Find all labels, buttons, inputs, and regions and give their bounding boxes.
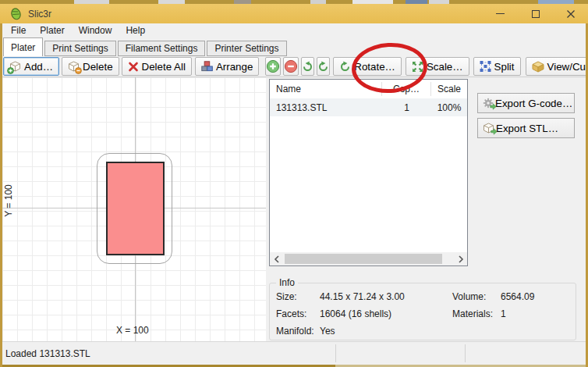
scroll-right-button[interactable] bbox=[454, 252, 467, 265]
scale-arrows-icon bbox=[412, 61, 423, 73]
maximize-icon bbox=[532, 10, 540, 18]
horizontal-scrollbar[interactable] bbox=[270, 252, 467, 265]
info-groupbox-title: Info bbox=[276, 277, 298, 288]
export-stl-icon bbox=[483, 123, 494, 134]
scrollbar-thumb[interactable] bbox=[285, 254, 442, 264]
row-name: 131313.STL bbox=[270, 102, 382, 113]
column-header-name[interactable]: Name bbox=[270, 82, 382, 96]
export-panel: Export G-code… Export STL… bbox=[477, 93, 575, 143]
status-separator bbox=[335, 344, 336, 362]
cube-icon bbox=[532, 61, 544, 73]
arrange-cubes-icon bbox=[201, 61, 213, 72]
plated-object-131313[interactable] bbox=[106, 162, 165, 255]
toolbar: Add… Delete Delete All Arrange bbox=[2, 56, 586, 77]
close-icon bbox=[566, 9, 576, 19]
manifold-value: Yes bbox=[320, 326, 452, 337]
plater-canvas[interactable]: Y = 100 X = 100 bbox=[2, 77, 266, 341]
delete-all-button[interactable]: Delete All bbox=[122, 57, 192, 76]
size-label: Size: bbox=[276, 291, 320, 302]
rotate-button[interactable]: Rotate… bbox=[333, 57, 402, 76]
column-header-scale[interactable]: Scale bbox=[431, 82, 467, 96]
minus-circle-icon bbox=[284, 59, 298, 73]
rotate-ccw-icon bbox=[302, 61, 313, 73]
object-list: Name Cop… Scale 131313.STL 1 100% bbox=[269, 79, 468, 266]
status-bar: Loaded 131313.STL bbox=[0, 341, 588, 365]
menu-bar: File Plater Window Help bbox=[2, 23, 586, 37]
red-x-icon bbox=[128, 62, 139, 72]
manifold-label: Manifold: bbox=[276, 326, 320, 337]
x-axis-label: X = 100 bbox=[116, 325, 149, 336]
y-axis-label: Y = 100 bbox=[3, 173, 14, 228]
rotate-icon bbox=[339, 61, 351, 73]
delete-button[interactable]: Delete bbox=[62, 57, 119, 76]
close-button[interactable] bbox=[553, 4, 588, 23]
facets-label: Facets: bbox=[276, 308, 320, 319]
menu-help[interactable]: Help bbox=[119, 23, 152, 37]
object-list-header: Name Cop… Scale bbox=[270, 80, 467, 98]
column-header-copies[interactable]: Cop… bbox=[382, 82, 431, 96]
table-row[interactable]: 131313.STL 1 100% bbox=[270, 98, 467, 116]
materials-label: Materials: bbox=[452, 308, 501, 319]
window-title: Slic3r bbox=[28, 9, 51, 20]
rotate-cw-icon bbox=[317, 61, 329, 73]
menu-plater[interactable]: Plater bbox=[33, 23, 71, 37]
tab-printer-settings[interactable]: Printer Settings bbox=[207, 41, 286, 56]
right-panel: Name Cop… Scale 131313.STL 1 100% bbox=[266, 77, 586, 341]
tab-plater[interactable]: Plater bbox=[3, 37, 43, 56]
main-area: Y = 100 X = 100 Name Cop… Scale 131313.S… bbox=[0, 77, 588, 341]
status-separator bbox=[465, 344, 466, 362]
scale-button[interactable]: Scale… bbox=[406, 57, 469, 76]
split-button[interactable]: Split bbox=[473, 57, 521, 76]
status-message: Loaded 131313.STL bbox=[5, 348, 90, 359]
tab-print-settings[interactable]: Print Settings bbox=[44, 41, 115, 56]
row-copies: 1 bbox=[382, 102, 431, 113]
decrease-copies-button[interactable] bbox=[283, 57, 299, 76]
rotate-cw-button[interactable] bbox=[317, 57, 330, 76]
tab-filament-settings[interactable]: Filament Settings bbox=[118, 41, 206, 56]
menu-file[interactable]: File bbox=[4, 23, 33, 37]
tab-bar: Plater Print Settings Filament Settings … bbox=[2, 37, 586, 56]
chevron-left-icon bbox=[274, 255, 280, 263]
facets-value: 16064 (16 shells) bbox=[320, 308, 452, 319]
volume-value: 6564.09 bbox=[501, 291, 576, 302]
package-add-icon bbox=[9, 61, 21, 72]
maximize-button[interactable] bbox=[518, 4, 553, 23]
volume-label: Volume: bbox=[452, 291, 501, 302]
title-bar: Slic3r bbox=[0, 4, 588, 23]
export-gcode-icon bbox=[483, 98, 494, 109]
slic3r-logo-icon bbox=[9, 7, 23, 20]
slic3r-window: Slic3r File Plater Window Help Plater Pr… bbox=[0, 0, 588, 367]
chevron-right-icon bbox=[458, 255, 464, 263]
materials-value: 1 bbox=[501, 308, 576, 319]
scroll-left-button[interactable] bbox=[270, 252, 283, 265]
info-groupbox: Info Size: 44.15 x 71.24 x 3.00 Volume: … bbox=[269, 283, 576, 340]
menu-window[interactable]: Window bbox=[72, 23, 119, 37]
row-scale: 100% bbox=[431, 102, 467, 113]
window-left-border bbox=[0, 23, 2, 367]
export-stl-button[interactable]: Export STL… bbox=[477, 118, 575, 138]
export-gcode-button[interactable]: Export G-code… bbox=[477, 93, 575, 113]
arrange-button[interactable]: Arrange bbox=[195, 57, 259, 76]
plus-circle-icon bbox=[266, 59, 280, 73]
size-value: 44.15 x 71.24 x 3.00 bbox=[320, 291, 452, 302]
add-button[interactable]: Add… bbox=[3, 57, 59, 76]
increase-copies-button[interactable] bbox=[265, 57, 281, 76]
view-cut-button[interactable]: View/Cut… bbox=[526, 57, 586, 76]
rotate-ccw-button[interactable] bbox=[301, 57, 314, 76]
package-delete-icon bbox=[68, 61, 80, 72]
minimize-button[interactable] bbox=[483, 4, 518, 23]
minimize-icon bbox=[496, 13, 505, 14]
split-icon bbox=[480, 61, 491, 72]
